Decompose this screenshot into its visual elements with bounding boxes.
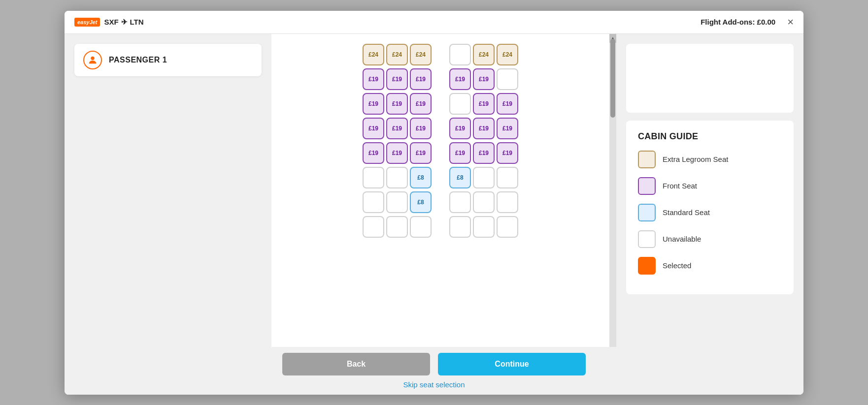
front-seat-label: Front Seat <box>663 182 697 190</box>
seat[interactable]: £24 <box>497 44 518 65</box>
table-row: £19 £19 £19 £19 £19 <box>363 93 518 115</box>
seat <box>449 44 471 65</box>
seat <box>497 216 518 238</box>
guide-item-standard: Standard Seat <box>638 204 782 221</box>
header-left: easyJet SXF ✈ LTN <box>74 18 144 27</box>
seat[interactable]: £19 <box>473 68 495 90</box>
standard-seat-label: Standard Seat <box>663 208 710 217</box>
extra-legroom-swatch <box>638 151 656 168</box>
seat-group-left: £19 £19 £19 <box>363 142 432 164</box>
top-right-box <box>626 44 794 113</box>
seat <box>363 191 384 213</box>
action-buttons: Back Continue <box>94 353 774 375</box>
modal-body: PASSENGER 1 £24 £24 £24 <box>65 34 803 388</box>
route-from: SXF <box>104 18 118 26</box>
flight-route: SXF ✈ LTN <box>104 18 143 27</box>
seat[interactable]: £19 <box>363 93 384 115</box>
table-row: £24 £24 £24 £24 £24 <box>363 44 518 65</box>
seat[interactable]: £19 <box>410 118 432 139</box>
booking-modal: easyJet SXF ✈ LTN Flight Add-ons: £0.00 … <box>65 11 803 395</box>
seat <box>386 167 408 188</box>
seat[interactable]: £19 <box>410 68 432 90</box>
seat[interactable]: £24 <box>473 44 495 65</box>
seat[interactable]: £19 <box>449 118 471 139</box>
seat[interactable]: £19 <box>363 142 384 164</box>
continue-button[interactable]: Continue <box>438 353 586 375</box>
flight-addons-label: Flight Add-ons: £0.00 <box>701 18 775 26</box>
modal-header: easyJet SXF ✈ LTN Flight Add-ons: £0.00 … <box>65 11 803 34</box>
seat[interactable]: £19 <box>497 118 518 139</box>
table-row: £8 <box>363 191 518 213</box>
seat[interactable]: £19 <box>363 68 384 90</box>
skip-seat-selection-button[interactable]: Skip seat selection <box>403 380 465 389</box>
guide-item-selected: Selected <box>638 257 782 275</box>
seat[interactable]: £19 <box>386 118 408 139</box>
seat[interactable]: £19 <box>473 93 495 115</box>
seat[interactable]: £19 <box>497 142 518 164</box>
table-row: £19 £19 £19 £19 £19 £19 <box>363 142 518 164</box>
seat-group-left: £8 <box>363 167 432 188</box>
seat-map: £24 £24 £24 £24 £24 <box>363 44 518 238</box>
front-seat-swatch <box>638 177 656 195</box>
seat[interactable]: £19 <box>386 93 408 115</box>
scrollbar-thumb[interactable] <box>610 39 615 118</box>
seat <box>449 216 471 238</box>
table-row: £19 £19 £19 £19 £19 <box>363 68 518 90</box>
seat[interactable]: £19 <box>363 118 384 139</box>
seat-group-right: £19 £19 £19 <box>449 118 518 139</box>
seat <box>473 216 495 238</box>
seat[interactable]: £8 <box>449 167 471 188</box>
seat[interactable]: £24 <box>410 44 432 65</box>
seat[interactable]: £19 <box>497 93 518 115</box>
seat[interactable]: £19 <box>449 68 471 90</box>
seat-group-right: £8 <box>449 167 518 188</box>
table-row: £19 £19 £19 £19 £19 £19 <box>363 118 518 139</box>
seat-group-right <box>449 191 518 213</box>
seat[interactable]: £19 <box>473 118 495 139</box>
seat <box>363 216 384 238</box>
seat <box>473 191 495 213</box>
standard-seat-swatch <box>638 204 656 221</box>
guide-item-extra-legroom: Extra Legroom Seat <box>638 151 782 168</box>
seat <box>449 191 471 213</box>
bottom-bar: Back Continue Skip seat selection <box>65 347 803 395</box>
seat <box>497 191 518 213</box>
center-content: £24 £24 £24 £24 £24 <box>271 34 609 388</box>
seat-group-left: £24 £24 £24 <box>363 44 432 65</box>
seat[interactable]: £19 <box>386 142 408 164</box>
seat <box>497 68 518 90</box>
scrollbar[interactable]: ▲ ▼ <box>609 34 616 388</box>
seat <box>386 191 408 213</box>
passenger-name: PASSENGER 1 <box>109 56 167 64</box>
unavailable-label: Unavailable <box>663 235 701 243</box>
seat[interactable]: £19 <box>449 142 471 164</box>
seat <box>363 167 384 188</box>
seat <box>386 216 408 238</box>
seat <box>497 167 518 188</box>
seat[interactable]: £24 <box>363 44 384 65</box>
seat[interactable]: £8 <box>410 191 432 213</box>
seat[interactable]: £19 <box>473 142 495 164</box>
selected-swatch <box>638 257 656 275</box>
close-button[interactable]: × <box>787 16 794 29</box>
seat-group-left <box>363 216 432 238</box>
guide-item-front: Front Seat <box>638 177 782 195</box>
right-panel: CABIN GUIDE Extra Legroom Seat Front Sea… <box>616 34 803 388</box>
seat[interactable]: £8 <box>410 167 432 188</box>
unavailable-swatch <box>638 230 656 248</box>
seat[interactable]: £19 <box>410 93 432 115</box>
seat-group-right: £19 £19 <box>449 68 518 90</box>
seat <box>449 93 471 115</box>
seat[interactable]: £19 <box>386 68 408 90</box>
route-arrow-icon: ✈ <box>121 18 128 27</box>
back-button[interactable]: Back <box>282 353 430 375</box>
seat-group-right <box>449 216 518 238</box>
seat-group-left: £19 £19 £19 <box>363 118 432 139</box>
seat <box>473 167 495 188</box>
seat[interactable]: £19 <box>410 142 432 164</box>
seat[interactable]: £24 <box>386 44 408 65</box>
table-row: £8 £8 <box>363 167 518 188</box>
seat-group-right: £19 £19 <box>449 93 518 115</box>
svg-point-0 <box>91 56 94 60</box>
easyjet-logo: easyJet <box>74 18 100 27</box>
